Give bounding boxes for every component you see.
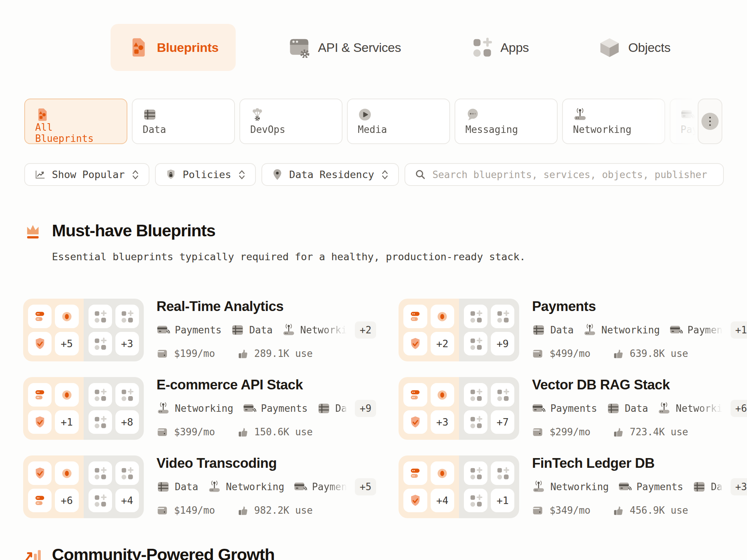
card-tags: Payments Data Networki +2 bbox=[156, 321, 376, 339]
chip-label: Pay bbox=[681, 124, 697, 135]
card-price: $349/mo bbox=[532, 505, 591, 516]
chip-payments-truncated[interactable]: Pay bbox=[670, 99, 697, 144]
shield-check-icon bbox=[403, 410, 427, 434]
data-table-icon bbox=[607, 402, 620, 415]
blueprint-card-vector-db-rag-stack[interactable]: +3 +7 Vector DB RAG Stack Payments Data … bbox=[399, 377, 747, 440]
chip-label: Data bbox=[143, 124, 224, 135]
thumbs-up-icon bbox=[237, 348, 248, 360]
apps-grid-icon bbox=[464, 489, 487, 512]
apps-grid-icon bbox=[89, 489, 112, 512]
tag-overflow-badge: +2 bbox=[355, 321, 376, 339]
card-meta: $299/mo 723.4K use bbox=[532, 426, 747, 438]
server-icon bbox=[403, 383, 427, 407]
tag-data-truncated: Da bbox=[317, 402, 347, 415]
card-title: Payments bbox=[532, 299, 747, 314]
tile-left-overflow-count: +4 bbox=[431, 489, 454, 512]
blueprint-card-payments[interactable]: +2 +9 Payments Data Networking Paymen +1… bbox=[399, 299, 747, 361]
payment-card-icon bbox=[532, 402, 545, 415]
router-icon bbox=[583, 323, 596, 337]
cube-icon bbox=[599, 37, 620, 58]
data-table-icon bbox=[231, 323, 244, 337]
card-price: $299/mo bbox=[532, 426, 591, 438]
thumbs-up-icon bbox=[612, 505, 624, 516]
apps-grid-icon bbox=[471, 37, 492, 58]
card-price: $149/mo bbox=[156, 505, 215, 516]
card-tags: Data Networking Paymen +1 bbox=[532, 321, 747, 339]
server-icon bbox=[28, 489, 52, 512]
server-icon bbox=[28, 383, 52, 407]
data-table-icon bbox=[317, 402, 331, 415]
tag-data: Data bbox=[231, 323, 273, 337]
tag-payments-truncated: Paymen bbox=[669, 323, 723, 337]
play-circle-icon bbox=[358, 108, 372, 122]
chip-all-blueprints[interactable]: All Blueprints bbox=[24, 99, 127, 144]
card-tags: Networking Payments Da +9 bbox=[156, 400, 376, 417]
router-icon bbox=[208, 480, 221, 494]
card-title: Vector DB RAG Stack bbox=[532, 377, 747, 392]
data-residency-select[interactable]: Data Residency bbox=[261, 163, 399, 186]
apps-grid-icon bbox=[115, 383, 139, 407]
blueprint-card-real-time-analytics[interactable]: +5 +3 Real-Time Analytics Payments Data … bbox=[23, 299, 376, 361]
wallet-icon bbox=[156, 348, 168, 360]
card-usage: 289.1K use bbox=[237, 348, 313, 360]
chip-networking[interactable]: Networking bbox=[562, 99, 665, 144]
tab-blueprints[interactable]: Blueprints bbox=[111, 24, 236, 71]
card-tags: Data Networking Paymen +5 bbox=[156, 478, 376, 495]
window-gear-icon bbox=[289, 37, 310, 58]
card-meta: $499/mo 639.8K use bbox=[532, 348, 747, 360]
data-table-icon bbox=[692, 480, 706, 494]
chip-overflow-button[interactable] bbox=[698, 99, 722, 144]
chip-label: Media bbox=[358, 124, 439, 135]
chip-data[interactable]: Data bbox=[132, 99, 235, 144]
chip-devops[interactable]: DevOps bbox=[239, 99, 342, 144]
blueprint-card-video-transcoding[interactable]: +6 +4 Video Transcoding Data Networking … bbox=[23, 455, 376, 518]
search-icon bbox=[415, 169, 426, 180]
router-icon bbox=[657, 402, 671, 415]
chip-messaging[interactable]: Messaging bbox=[455, 99, 558, 144]
wallet-icon bbox=[156, 426, 168, 438]
chip-label: Networking bbox=[573, 124, 654, 135]
shield-check-icon bbox=[28, 332, 52, 355]
payment-card-icon bbox=[618, 480, 632, 494]
payment-card-icon bbox=[681, 108, 695, 122]
blueprint-card-fintech-ledger-db[interactable]: +4 +1 FinTech Ledger DB Networking Payme… bbox=[399, 455, 747, 518]
tag-overflow-badge: +9 bbox=[355, 400, 376, 417]
apps-grid-icon bbox=[89, 305, 112, 328]
chip-media[interactable]: Media bbox=[347, 99, 450, 144]
location-pin-icon bbox=[272, 169, 283, 180]
policies-select[interactable]: Policies bbox=[155, 163, 256, 186]
router-icon bbox=[573, 108, 587, 122]
toggle-icon bbox=[431, 305, 454, 328]
card-meta: $149/mo 982.2K use bbox=[156, 505, 376, 516]
blueprint-card-ecommerce-api-stack[interactable]: +1 +8 E-commerce API Stack Networking Pa… bbox=[23, 377, 376, 440]
tag-payments: Payments bbox=[532, 402, 597, 415]
search-input[interactable] bbox=[433, 169, 713, 180]
tag-networking: Networking bbox=[156, 402, 233, 415]
tag-networking-truncated: Networki bbox=[657, 402, 722, 415]
wallet-icon bbox=[532, 426, 543, 438]
toggle-icon bbox=[431, 383, 454, 407]
router-icon bbox=[532, 480, 545, 494]
apps-grid-icon bbox=[464, 410, 487, 434]
card-meta: $399/mo 150.6K use bbox=[156, 426, 376, 438]
tab-label: Blueprints bbox=[157, 40, 218, 55]
filter-row: Show Popular Policies Data Residency bbox=[24, 163, 724, 186]
payment-card-icon bbox=[294, 480, 307, 494]
card-title: Video Transcoding bbox=[156, 456, 376, 471]
router-icon bbox=[282, 323, 295, 337]
sort-select[interactable]: Show Popular bbox=[24, 163, 149, 186]
data-table-icon bbox=[532, 323, 545, 337]
card-usage: 982.2K use bbox=[237, 505, 313, 516]
tab-objects[interactable]: Objects bbox=[582, 24, 688, 71]
growth-chart-icon bbox=[24, 547, 41, 560]
shield-check-icon bbox=[28, 461, 52, 485]
tab-api-services[interactable]: API & Services bbox=[272, 24, 418, 71]
card-tags: Payments Data Networki +6 bbox=[532, 400, 747, 417]
tab-apps[interactable]: Apps bbox=[454, 24, 546, 71]
must-have-section-header: Must-have Blueprints Essential blueprint… bbox=[24, 221, 526, 262]
devops-nodes-gear-icon bbox=[250, 108, 264, 122]
tile-right-overflow-count: +9 bbox=[491, 332, 514, 355]
tile-right-overflow-count: +8 bbox=[115, 410, 139, 434]
tag-data-truncated: Da bbox=[692, 480, 722, 494]
tag-payments-truncated: Paymen bbox=[294, 480, 347, 494]
